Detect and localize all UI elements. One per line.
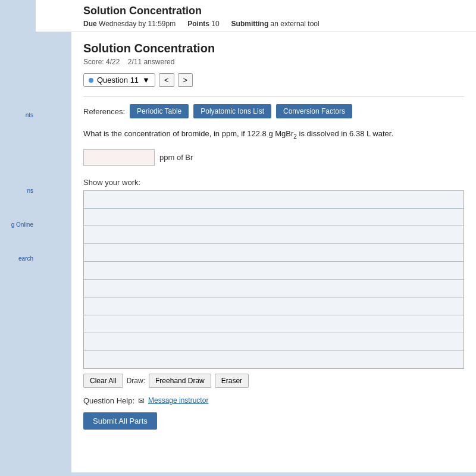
submitting-label: Submitting an external tool bbox=[231, 20, 320, 28]
references-label: References: bbox=[83, 107, 125, 116]
divider bbox=[83, 96, 464, 97]
due-label: Due Wednesday by 11:59pm bbox=[83, 20, 176, 28]
work-area-lines bbox=[84, 191, 464, 368]
help-row: Question Help: ✉ Message instructor bbox=[83, 396, 464, 405]
main-content: Solution Concentration Score: 4/22 2/11 … bbox=[71, 32, 476, 472]
question-text: What is the concentration of bromide, in… bbox=[83, 128, 464, 141]
work-label: Show your work: bbox=[83, 178, 464, 187]
clear-all-button[interactable]: Clear All bbox=[83, 374, 123, 388]
question-select[interactable]: Question 11 ▼ bbox=[83, 73, 155, 87]
work-line bbox=[84, 226, 464, 244]
answer-input[interactable] bbox=[83, 149, 155, 166]
answer-unit: ppm of Br bbox=[159, 153, 193, 162]
sidebar-item-search[interactable]: earch bbox=[0, 250, 36, 267]
work-area[interactable] bbox=[83, 190, 464, 369]
periodic-table-button[interactable]: Periodic Table bbox=[130, 104, 189, 118]
answer-row: ppm of Br bbox=[83, 149, 464, 166]
sidebar-item-gonline[interactable]: g Online bbox=[0, 217, 36, 233]
next-question-button[interactable]: > bbox=[178, 73, 193, 87]
prev-question-button[interactable]: < bbox=[159, 73, 174, 87]
score-row: Score: 4/22 2/11 answered bbox=[83, 58, 464, 66]
score: Score: 4/22 bbox=[83, 58, 120, 66]
work-line bbox=[84, 298, 464, 315]
points-label: Points 10 bbox=[187, 20, 219, 28]
references-row: References: Periodic Table Polyatomic Io… bbox=[83, 104, 464, 118]
question-dot bbox=[89, 78, 93, 83]
help-label: Question Help: bbox=[83, 396, 134, 405]
page-title: Solution Concentration bbox=[83, 5, 464, 17]
answered: 2/11 answered bbox=[128, 58, 175, 66]
work-line bbox=[84, 351, 464, 368]
content-title: Solution Concentration bbox=[83, 42, 464, 55]
work-line bbox=[84, 209, 464, 227]
top-bar: Solution Concentration Due Wednesday by … bbox=[36, 0, 476, 32]
sidebar-item-nts[interactable]: nts bbox=[0, 107, 36, 123]
work-line bbox=[84, 333, 464, 351]
dropdown-arrow-icon: ▼ bbox=[142, 76, 150, 84]
left-sidebar: nts ns g Online earch bbox=[0, 0, 36, 476]
question-nav: Question 11 ▼ < > bbox=[83, 73, 464, 87]
submit-all-parts-button[interactable]: Submit All Parts bbox=[83, 412, 157, 430]
work-line bbox=[84, 262, 464, 280]
sidebar-item-ns[interactable]: ns bbox=[0, 183, 36, 199]
work-line bbox=[84, 280, 464, 298]
message-instructor-link[interactable]: Message instructor bbox=[148, 396, 208, 405]
question-label: Question 11 bbox=[97, 76, 139, 84]
draw-toolbar: Clear All Draw: Freehand Draw Eraser bbox=[83, 374, 464, 388]
polyatomic-ions-button[interactable]: Polyatomic Ions List bbox=[193, 104, 271, 118]
work-line bbox=[84, 191, 464, 209]
work-line bbox=[84, 315, 464, 333]
work-line bbox=[84, 244, 464, 262]
eraser-button[interactable]: Eraser bbox=[215, 374, 249, 388]
conversion-factors-button[interactable]: Conversion Factors bbox=[276, 104, 352, 118]
freehand-draw-button[interactable]: Freehand Draw bbox=[149, 374, 211, 388]
draw-label: Draw: bbox=[127, 377, 145, 385]
envelope-icon: ✉ bbox=[138, 396, 145, 405]
